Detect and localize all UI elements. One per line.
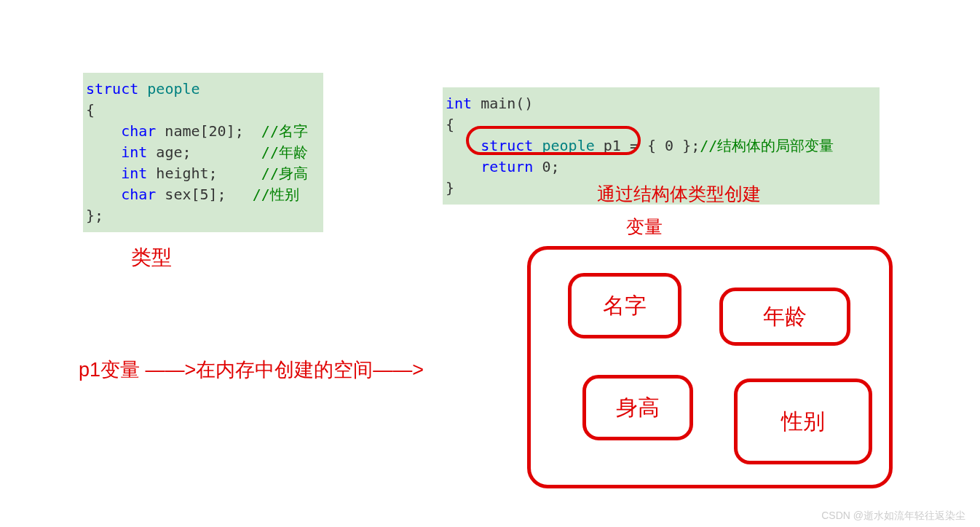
keyword-int: int [446, 95, 472, 112]
keyword-return: return [446, 158, 533, 175]
field-box-age: 年龄 [719, 288, 850, 346]
field-box-height: 身高 [582, 375, 693, 440]
keyword-int: int [86, 143, 147, 161]
keyword-int: int [86, 165, 147, 182]
keyword-struct: struct [446, 137, 533, 154]
comment-age: //年龄 [261, 143, 308, 161]
decl-sex: sex[5]; [156, 186, 234, 203]
label-variable: 变量 [626, 215, 663, 239]
brace-close: } [446, 179, 454, 197]
comment-name: //名字 [261, 122, 308, 140]
label-p1-memory: p1变量 ——>在内存中创建的空间——> [79, 357, 424, 383]
keyword-struct: struct [86, 80, 138, 98]
decl-p1: p1 = { 0 }; [595, 137, 700, 154]
keyword-char: char [86, 186, 156, 203]
field-box-sex: 性别 [734, 379, 872, 464]
comment-height: //身高 [261, 165, 308, 182]
return-val: 0; [533, 158, 559, 175]
decl-height: height; [147, 165, 243, 182]
code-struct-definition: struct people { char name[20]; //名字 int … [83, 73, 323, 232]
field-label-age: 年龄 [763, 302, 807, 332]
type-people: people [147, 80, 199, 98]
brace-open: { [86, 101, 95, 119]
comment-sex: //性别 [253, 186, 299, 203]
field-label-height: 身高 [616, 393, 660, 423]
type-people: people [533, 137, 594, 154]
keyword-char: char [86, 122, 156, 140]
field-label-name: 名字 [603, 291, 647, 321]
field-label-sex: 性别 [781, 407, 825, 437]
label-type: 类型 [131, 244, 172, 272]
watermark: CSDN @逝水如流年轻往返染尘 [821, 510, 965, 523]
main-sig: main() [472, 95, 533, 112]
brace-close: }; [86, 207, 103, 224]
label-create-via-type: 通过结构体类型创建 [597, 182, 761, 206]
decl-name: name[20]; [156, 122, 243, 140]
decl-age: age; [147, 143, 243, 161]
brace-open: { [446, 116, 454, 133]
field-box-name: 名字 [568, 273, 681, 338]
comment-local-var: //结构体的局部变量 [700, 137, 834, 154]
